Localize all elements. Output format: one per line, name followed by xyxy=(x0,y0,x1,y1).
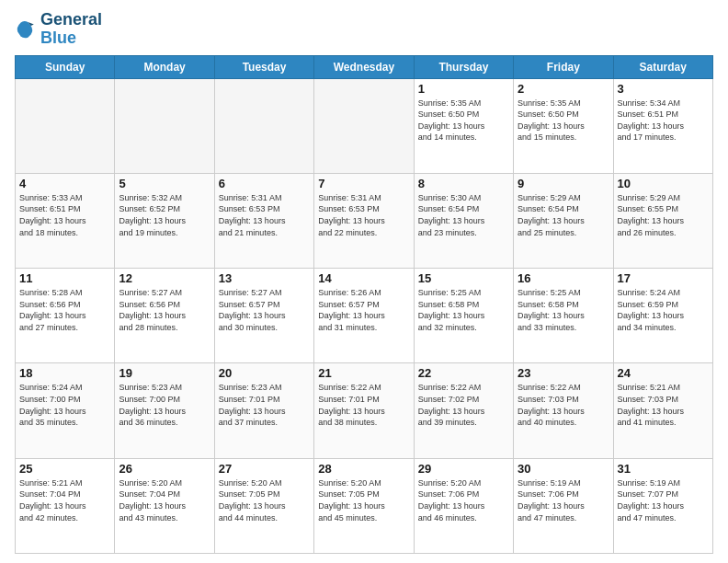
day-info: Sunrise: 5:20 AM Sunset: 7:04 PM Dayligh… xyxy=(119,477,210,523)
calendar-cell: 4Sunrise: 5:33 AM Sunset: 6:51 PM Daylig… xyxy=(16,173,115,268)
calendar-cell: 17Sunrise: 5:24 AM Sunset: 6:59 PM Dayli… xyxy=(613,269,712,363)
day-info: Sunrise: 5:29 AM Sunset: 6:54 PM Dayligh… xyxy=(518,192,609,238)
calendar-cell: 23Sunrise: 5:22 AM Sunset: 7:03 PM Dayli… xyxy=(514,363,613,458)
calendar-cell: 8Sunrise: 5:30 AM Sunset: 6:54 PM Daylig… xyxy=(414,173,513,268)
day-info: Sunrise: 5:20 AM Sunset: 7:06 PM Dayligh… xyxy=(418,477,509,523)
weekday-header-wednesday: Wednesday xyxy=(314,55,414,78)
day-info: Sunrise: 5:27 AM Sunset: 6:56 PM Dayligh… xyxy=(119,287,210,333)
day-info: Sunrise: 5:32 AM Sunset: 6:52 PM Dayligh… xyxy=(119,192,210,238)
day-info: Sunrise: 5:24 AM Sunset: 6:59 PM Dayligh… xyxy=(618,287,709,333)
calendar-cell xyxy=(16,78,115,173)
day-info: Sunrise: 5:31 AM Sunset: 6:53 PM Dayligh… xyxy=(318,192,409,238)
calendar-cell: 29Sunrise: 5:20 AM Sunset: 7:06 PM Dayli… xyxy=(414,458,513,553)
day-number: 26 xyxy=(119,462,210,476)
calendar-cell: 10Sunrise: 5:29 AM Sunset: 6:55 PM Dayli… xyxy=(613,173,712,268)
day-info: Sunrise: 5:22 AM Sunset: 7:03 PM Dayligh… xyxy=(518,382,609,428)
weekday-header-friday: Friday xyxy=(514,55,613,78)
calendar-cell xyxy=(115,78,214,173)
day-info: Sunrise: 5:21 AM Sunset: 7:03 PM Dayligh… xyxy=(618,382,709,428)
calendar-cell: 14Sunrise: 5:26 AM Sunset: 6:57 PM Dayli… xyxy=(314,269,414,363)
calendar-cell: 22Sunrise: 5:22 AM Sunset: 7:02 PM Dayli… xyxy=(414,363,513,458)
day-info: Sunrise: 5:21 AM Sunset: 7:04 PM Dayligh… xyxy=(19,477,110,523)
calendar-week-row: 18Sunrise: 5:24 AM Sunset: 7:00 PM Dayli… xyxy=(16,363,713,458)
calendar-cell: 15Sunrise: 5:25 AM Sunset: 6:58 PM Dayli… xyxy=(414,269,513,363)
day-info: Sunrise: 5:34 AM Sunset: 6:51 PM Dayligh… xyxy=(618,98,709,144)
calendar-cell: 1Sunrise: 5:35 AM Sunset: 6:50 PM Daylig… xyxy=(414,78,513,173)
day-number: 17 xyxy=(618,271,709,285)
day-number: 15 xyxy=(418,271,509,285)
day-number: 14 xyxy=(318,271,409,285)
calendar-cell: 11Sunrise: 5:28 AM Sunset: 6:56 PM Dayli… xyxy=(16,269,115,363)
weekday-header-thursday: Thursday xyxy=(414,55,513,78)
day-number: 20 xyxy=(219,366,310,380)
day-number: 27 xyxy=(219,462,310,476)
day-number: 24 xyxy=(618,366,709,380)
day-number: 3 xyxy=(618,82,709,96)
day-info: Sunrise: 5:30 AM Sunset: 6:54 PM Dayligh… xyxy=(418,192,509,238)
calendar-cell: 25Sunrise: 5:21 AM Sunset: 7:04 PM Dayli… xyxy=(16,458,115,553)
day-number: 12 xyxy=(119,271,210,285)
calendar-cell: 16Sunrise: 5:25 AM Sunset: 6:58 PM Dayli… xyxy=(514,269,613,363)
calendar-week-row: 25Sunrise: 5:21 AM Sunset: 7:04 PM Dayli… xyxy=(16,458,713,553)
day-number: 5 xyxy=(119,177,210,190)
day-number: 25 xyxy=(19,462,110,476)
day-number: 30 xyxy=(518,462,609,476)
day-info: Sunrise: 5:28 AM Sunset: 6:56 PM Dayligh… xyxy=(19,287,110,333)
logo-text: General Blue xyxy=(40,11,102,48)
day-number: 21 xyxy=(318,366,409,380)
calendar-week-row: 11Sunrise: 5:28 AM Sunset: 6:56 PM Dayli… xyxy=(16,269,713,363)
calendar-week-row: 4Sunrise: 5:33 AM Sunset: 6:51 PM Daylig… xyxy=(16,173,713,268)
day-number: 18 xyxy=(19,366,110,380)
day-number: 11 xyxy=(19,271,110,285)
logo: General Blue xyxy=(15,11,102,48)
day-number: 19 xyxy=(119,366,210,380)
day-number: 28 xyxy=(318,462,409,476)
calendar-cell: 20Sunrise: 5:23 AM Sunset: 7:01 PM Dayli… xyxy=(214,363,313,458)
calendar-cell: 26Sunrise: 5:20 AM Sunset: 7:04 PM Dayli… xyxy=(115,458,214,553)
day-info: Sunrise: 5:23 AM Sunset: 7:01 PM Dayligh… xyxy=(219,382,310,428)
day-info: Sunrise: 5:29 AM Sunset: 6:55 PM Dayligh… xyxy=(618,192,709,238)
calendar-cell: 5Sunrise: 5:32 AM Sunset: 6:52 PM Daylig… xyxy=(115,173,214,268)
day-number: 16 xyxy=(518,271,609,285)
header: General Blue xyxy=(15,11,713,48)
day-number: 22 xyxy=(418,366,509,380)
calendar-cell: 12Sunrise: 5:27 AM Sunset: 6:56 PM Dayli… xyxy=(115,269,214,363)
calendar-cell: 18Sunrise: 5:24 AM Sunset: 7:00 PM Dayli… xyxy=(16,363,115,458)
calendar-cell: 7Sunrise: 5:31 AM Sunset: 6:53 PM Daylig… xyxy=(314,173,414,268)
day-number: 6 xyxy=(219,177,310,190)
weekday-header-monday: Monday xyxy=(115,55,214,78)
day-info: Sunrise: 5:25 AM Sunset: 6:58 PM Dayligh… xyxy=(418,287,509,333)
weekday-header-saturday: Saturday xyxy=(613,55,712,78)
day-info: Sunrise: 5:27 AM Sunset: 6:57 PM Dayligh… xyxy=(219,287,310,333)
day-info: Sunrise: 5:22 AM Sunset: 7:02 PM Dayligh… xyxy=(418,382,509,428)
calendar-cell: 24Sunrise: 5:21 AM Sunset: 7:03 PM Dayli… xyxy=(613,363,712,458)
day-info: Sunrise: 5:33 AM Sunset: 6:51 PM Dayligh… xyxy=(19,192,110,238)
weekday-header-tuesday: Tuesday xyxy=(214,55,313,78)
day-number: 23 xyxy=(518,366,609,380)
calendar-cell: 3Sunrise: 5:34 AM Sunset: 6:51 PM Daylig… xyxy=(613,78,712,173)
day-number: 4 xyxy=(19,177,110,190)
day-number: 7 xyxy=(318,177,409,190)
day-info: Sunrise: 5:19 AM Sunset: 7:07 PM Dayligh… xyxy=(618,477,709,523)
day-info: Sunrise: 5:24 AM Sunset: 7:00 PM Dayligh… xyxy=(19,382,110,428)
day-info: Sunrise: 5:23 AM Sunset: 7:00 PM Dayligh… xyxy=(119,382,210,428)
calendar-table: SundayMondayTuesdayWednesdayThursdayFrid… xyxy=(15,55,713,554)
day-number: 29 xyxy=(418,462,509,476)
calendar-week-row: 1Sunrise: 5:35 AM Sunset: 6:50 PM Daylig… xyxy=(16,78,713,173)
calendar-cell: 9Sunrise: 5:29 AM Sunset: 6:54 PM Daylig… xyxy=(514,173,613,268)
day-number: 13 xyxy=(219,271,310,285)
day-info: Sunrise: 5:35 AM Sunset: 6:50 PM Dayligh… xyxy=(418,98,509,144)
calendar-cell: 30Sunrise: 5:19 AM Sunset: 7:06 PM Dayli… xyxy=(514,458,613,553)
day-info: Sunrise: 5:35 AM Sunset: 6:50 PM Dayligh… xyxy=(518,98,609,144)
day-info: Sunrise: 5:20 AM Sunset: 7:05 PM Dayligh… xyxy=(219,477,310,523)
day-info: Sunrise: 5:20 AM Sunset: 7:05 PM Dayligh… xyxy=(318,477,409,523)
day-info: Sunrise: 5:22 AM Sunset: 7:01 PM Dayligh… xyxy=(318,382,409,428)
calendar-cell: 6Sunrise: 5:31 AM Sunset: 6:53 PM Daylig… xyxy=(214,173,313,268)
day-number: 2 xyxy=(518,82,609,96)
day-number: 10 xyxy=(618,177,709,190)
calendar-cell: 27Sunrise: 5:20 AM Sunset: 7:05 PM Dayli… xyxy=(214,458,313,553)
calendar-cell: 21Sunrise: 5:22 AM Sunset: 7:01 PM Dayli… xyxy=(314,363,414,458)
day-info: Sunrise: 5:19 AM Sunset: 7:06 PM Dayligh… xyxy=(518,477,609,523)
calendar-cell: 19Sunrise: 5:23 AM Sunset: 7:00 PM Dayli… xyxy=(115,363,214,458)
logo-icon xyxy=(15,18,37,40)
